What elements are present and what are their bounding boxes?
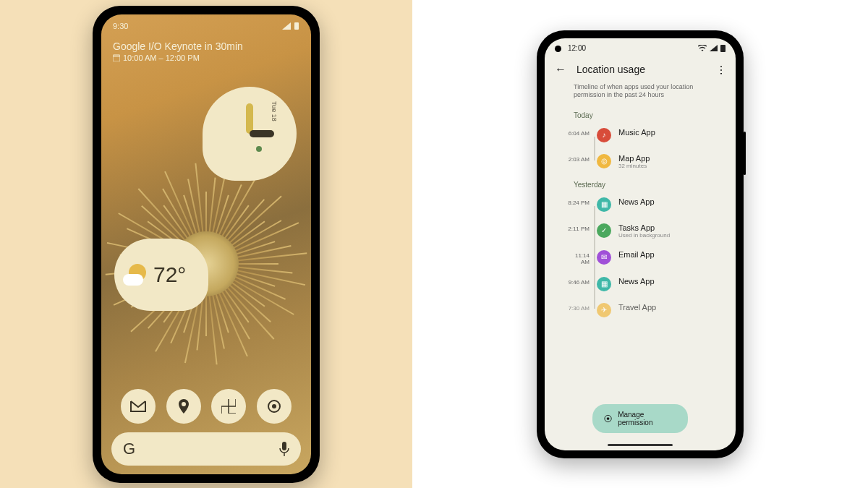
mail-icon xyxy=(130,401,146,412)
event-title: Google I/O Keynote in 30min xyxy=(113,40,299,52)
phone-mock-right: 12:00 ← Location usage ⋯ Timeline of whe… xyxy=(537,30,744,458)
svg-point-8 xyxy=(607,417,610,420)
svg-rect-5 xyxy=(282,442,286,450)
clock-hour-hand xyxy=(246,103,253,134)
app-icon-travel: ✈ xyxy=(597,303,611,317)
timeline-entry[interactable]: 6:04 AM ♪ Music App xyxy=(566,122,724,148)
gear-icon xyxy=(604,414,612,423)
svg-point-4 xyxy=(272,404,276,408)
pin-icon xyxy=(179,399,189,414)
section-yesterday: Yesterday xyxy=(545,175,736,192)
timeline-entry[interactable]: 9:46 AM ▦ News App xyxy=(566,271,724,297)
event-time: 10:00 AM – 12:00 PM xyxy=(113,53,299,62)
clock-widget[interactable]: Tue 18 xyxy=(203,87,297,181)
right-panel: 12:00 ← Location usage ⋯ Timeline of whe… xyxy=(412,0,868,488)
clock-minute-hand xyxy=(250,130,274,137)
weather-icon xyxy=(123,262,148,287)
timeline-entry[interactable]: 8:24 PM ▦ News App xyxy=(566,192,724,218)
power-button xyxy=(744,132,746,175)
circle-icon xyxy=(267,399,281,414)
svg-rect-0 xyxy=(294,22,299,30)
app-icon-email: ✉ xyxy=(597,250,611,265)
photos-app-icon[interactable] xyxy=(211,389,246,424)
pinwheel-icon xyxy=(221,399,236,414)
event-widget[interactable]: Google I/O Keynote in 30min 10:00 AM – 1… xyxy=(113,40,299,62)
nav-handle[interactable] xyxy=(608,444,673,446)
signal-icon xyxy=(710,45,718,51)
left-panel: 9:30 Google I/O Keynote in 30min 10:00 A… xyxy=(0,0,412,488)
weather-temp: 72° xyxy=(153,262,186,287)
status-icons xyxy=(282,22,299,30)
page-header: ← Location usage ⋯ xyxy=(545,56,736,83)
app-icon-tasks: ✓ xyxy=(597,223,611,238)
battery-icon xyxy=(294,22,299,30)
status-bar: 12:00 xyxy=(545,38,736,56)
svg-rect-1 xyxy=(113,55,120,61)
signal-icon xyxy=(282,22,291,30)
weather-widget[interactable]: 72° xyxy=(114,239,208,311)
mic-icon[interactable] xyxy=(279,442,289,456)
home-screen[interactable]: 9:30 Google I/O Keynote in 30min 10:00 A… xyxy=(101,14,311,474)
timeline-entry[interactable]: 7:30 AM ✈ Travel App xyxy=(566,297,724,323)
battery-icon xyxy=(720,44,726,52)
search-bar[interactable]: G xyxy=(111,432,301,466)
manage-permission-button[interactable]: Manage permission xyxy=(592,404,688,433)
status-time: 9:30 xyxy=(113,22,128,30)
section-today: Today xyxy=(545,106,736,122)
app-icon-news: ▦ xyxy=(597,197,611,212)
calendar-icon xyxy=(113,54,120,61)
youtube-app-icon[interactable] xyxy=(257,389,292,424)
app-icon-map: ◎ xyxy=(597,154,611,168)
phone-mock-left: 9:30 Google I/O Keynote in 30min 10:00 A… xyxy=(93,6,320,483)
timeline-entry[interactable]: 2:11 PM ✓ Tasks App Used in background xyxy=(566,218,724,244)
google-logo: G xyxy=(123,440,135,458)
clock-dot xyxy=(256,146,262,152)
more-menu-button[interactable]: ⋯ xyxy=(715,65,727,74)
camera-hole xyxy=(555,46,561,52)
back-button[interactable]: ← xyxy=(555,63,566,76)
settings-screen[interactable]: 12:00 ← Location usage ⋯ Timeline of whe… xyxy=(545,38,736,450)
page-title: Location usage xyxy=(576,64,707,75)
timeline-entry[interactable]: 11:14 AM ✉ Email App xyxy=(566,244,724,271)
gmail-app-icon[interactable] xyxy=(121,389,156,424)
timeline-yesterday: 8:24 PM ▦ News App 2:11 PM ✓ Tasks App U… xyxy=(545,192,736,323)
app-favorites-row xyxy=(101,389,311,424)
timeline-today: 6:04 AM ♪ Music App 2:03 AM ◎ Map App 32… xyxy=(545,122,736,175)
maps-app-icon[interactable] xyxy=(166,389,201,424)
page-subtitle: Timeline of when apps used your location… xyxy=(545,83,736,106)
status-icons xyxy=(698,44,726,53)
status-bar: 9:30 xyxy=(101,14,311,35)
clock-date: Tue 18 xyxy=(271,101,278,121)
app-icon-music: ♪ xyxy=(597,128,611,142)
app-icon-news: ▦ xyxy=(597,277,611,291)
wifi-icon xyxy=(698,45,707,51)
svg-rect-6 xyxy=(720,45,726,52)
timeline-entry[interactable]: 2:03 AM ◎ Map App 32 minutes xyxy=(566,148,724,175)
